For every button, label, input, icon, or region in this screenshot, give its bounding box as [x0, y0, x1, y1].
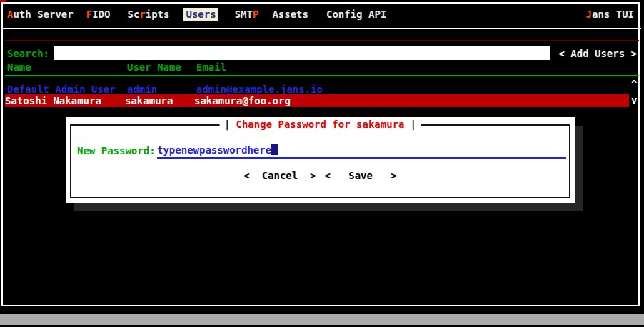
- dialog-border: [70, 124, 570, 198]
- dialog-title-text: Change Password for sakamura: [230, 119, 410, 130]
- menu-bar: Auth Server FIDO Scripts Users SMTP Asse…: [7, 8, 634, 21]
- menu-label-part: Users: [186, 9, 216, 20]
- search-label: Search:: [7, 47, 49, 60]
- menu-item-scripts[interactable]: Scripts: [127, 8, 169, 21]
- menu-item-auth-server[interactable]: Auth Server: [7, 8, 74, 21]
- header-email: Email: [196, 61, 226, 74]
- menu-label-part: Assets: [272, 9, 308, 20]
- menu-label-part: SMT: [235, 9, 253, 20]
- change-password-dialog: |Change Password for sakamura| New Passw…: [66, 117, 575, 203]
- menu-item-users-active[interactable]: Users: [183, 8, 218, 21]
- text-cursor: [271, 144, 278, 155]
- cancel-button[interactable]: < Cancel >: [243, 169, 316, 182]
- jans-tui-window: Auth Server FIDO Scripts Users SMTP Asse…: [0, 0, 644, 327]
- menu-label-part: Config API: [326, 9, 386, 20]
- new-password-input[interactable]: typenewpasswordhere: [157, 144, 566, 159]
- menu-label-part: Sc: [127, 9, 139, 20]
- header-underline: [5, 75, 639, 76]
- menu-item-fido[interactable]: FIDO: [86, 8, 111, 21]
- title-pipe: |: [411, 119, 416, 130]
- bottom-scrollbar[interactable]: [0, 314, 644, 325]
- cell-email: sakamura@foo.org: [194, 94, 291, 107]
- app-title-part: ans TUI: [592, 9, 634, 20]
- menu-item-assets[interactable]: Assets: [272, 8, 308, 21]
- new-password-label: New Password:: [77, 144, 156, 157]
- header-username: User Name: [127, 61, 181, 74]
- dialog-title: |Change Password for sakamura|: [219, 118, 421, 131]
- table-row-selected[interactable]: Satoshi Nakamura sakamura sakamura@foo.o…: [5, 94, 629, 107]
- menu-item-config-api[interactable]: Config API: [326, 8, 386, 21]
- save-button[interactable]: < Save >: [325, 169, 397, 182]
- cell-username: sakamura: [125, 94, 173, 107]
- header-name: Name: [7, 61, 31, 74]
- menu-separator-line: [3, 28, 641, 29]
- menu-label-part: uth Server: [13, 9, 73, 20]
- scroll-up-indicator[interactable]: ^: [631, 78, 637, 91]
- menu-accent-char: P: [253, 9, 258, 20]
- menu-label-part: ipts: [146, 9, 170, 20]
- search-input[interactable]: [54, 46, 550, 60]
- menu-accent-char: F: [86, 9, 92, 20]
- scroll-down-indicator[interactable]: v: [631, 94, 637, 106]
- new-password-value: typenewpasswordhere: [157, 144, 271, 156]
- panel-top-rule: [5, 40, 639, 41]
- menu-label-part: IDO: [92, 9, 110, 20]
- cell-name: Satoshi Nakamura: [5, 94, 101, 107]
- menu-item-smtp[interactable]: SMTP: [235, 8, 259, 21]
- app-title: Jans TUI: [586, 8, 634, 21]
- app-title-accent-char: J: [586, 9, 592, 20]
- menu-accent-char: r: [139, 9, 145, 20]
- dialog-button-row: < Cancel > < Save >: [66, 169, 575, 182]
- add-users-button[interactable]: < Add Users >: [558, 47, 637, 60]
